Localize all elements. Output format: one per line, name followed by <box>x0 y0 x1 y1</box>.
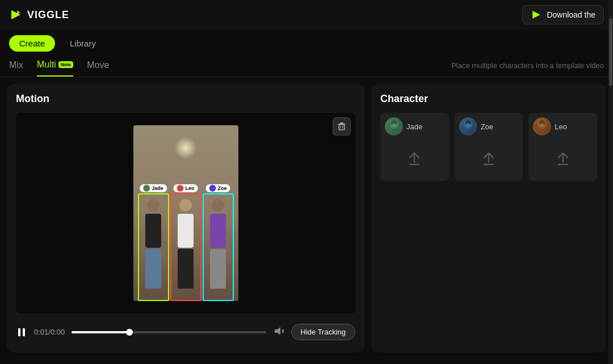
video-thumbnail: Jade Leo <box>133 125 238 301</box>
app-name: VIGGLE <box>27 9 69 21</box>
svg-marker-2 <box>533 11 540 18</box>
leo-head <box>179 199 192 211</box>
create-button[interactable]: Create <box>9 35 55 52</box>
zoe-avatar-small <box>209 185 216 192</box>
jade-figure <box>139 194 168 300</box>
character-card-leo: Leo <box>528 113 597 181</box>
leo-avatar-small <box>177 185 183 192</box>
trash-icon <box>337 122 346 131</box>
delete-button[interactable] <box>333 117 351 136</box>
upload-icon-leo <box>554 150 572 168</box>
upload-icon-jade <box>405 150 423 168</box>
jade-avatar <box>385 117 403 136</box>
download-label: Download the <box>547 10 595 19</box>
svg-rect-5 <box>339 125 345 130</box>
header: VIGGLE Download the <box>0 0 613 29</box>
motion-panel: Motion Jade <box>7 84 364 353</box>
tab-mix[interactable]: Mix <box>9 60 23 76</box>
leo-avatar-face <box>533 117 551 136</box>
jade-avatar-face <box>385 117 403 136</box>
logo-area: VIGGLE <box>9 8 69 22</box>
leo-body <box>178 214 194 248</box>
character-card-jade: Jade <box>380 113 449 181</box>
zoe-avatar-face <box>459 117 477 136</box>
tab-multi[interactable]: Multi New <box>37 60 73 77</box>
scrollbar[interactable] <box>608 0 613 364</box>
person-label-leo: Leo <box>173 184 198 192</box>
person-label-jade: Jade <box>140 184 167 192</box>
zoe-body <box>210 214 226 248</box>
svg-point-15 <box>392 124 396 127</box>
upload-icon-zoe <box>480 150 498 168</box>
zoe-avatar <box>459 117 477 136</box>
zoe-head <box>212 199 224 211</box>
time-display: 0:01/0:00 <box>34 328 65 336</box>
character-grid: Jade <box>380 113 597 181</box>
jade-legs <box>145 249 161 289</box>
motion-panel-title: Motion <box>16 93 355 105</box>
person-box-leo: Leo <box>170 193 201 301</box>
character-panel: Character Jade <box>371 84 606 353</box>
zoe-upload-area[interactable] <box>459 141 519 176</box>
jade-avatar-small <box>143 185 150 192</box>
char-header-jade: Jade <box>385 117 422 136</box>
scrollbar-thumb[interactable] <box>609 18 612 86</box>
hide-tracking-button[interactable]: Hide Tracking <box>291 324 355 340</box>
download-button[interactable]: Download the <box>522 5 604 24</box>
character-card-zoe: Zoe <box>455 113 523 181</box>
person-box-jade: Jade <box>138 193 169 301</box>
pause-icon <box>16 327 27 338</box>
tab-move[interactable]: Move <box>87 60 109 76</box>
volume-button[interactable] <box>273 325 284 339</box>
leo-legs <box>178 249 194 289</box>
zoe-name: Zoe <box>481 122 493 131</box>
jade-body <box>145 214 161 248</box>
library-button[interactable]: Library <box>60 35 106 52</box>
leo-avatar <box>533 117 551 136</box>
playback-controls: 0:01/0:00 Hide Tracking <box>16 320 355 344</box>
jade-head <box>147 199 159 211</box>
svg-rect-8 <box>18 328 20 336</box>
char-header-zoe: Zoe <box>459 117 493 136</box>
char-header-leo: Leo <box>533 117 567 136</box>
svg-rect-3 <box>340 122 343 124</box>
pause-button[interactable] <box>16 327 27 338</box>
zoe-legs <box>210 249 226 289</box>
leo-upload-area[interactable] <box>533 141 593 176</box>
progress-thumb <box>126 329 133 336</box>
tab-hint: Place multiple characters into a templat… <box>451 61 604 75</box>
light-effect <box>174 137 197 159</box>
viggle-mini-icon <box>531 9 542 20</box>
person-box-zoe: Zoe <box>203 193 234 301</box>
leo-name: Leo <box>555 122 567 131</box>
nav-bar: Create Library <box>0 29 613 57</box>
zoe-figure <box>204 194 233 300</box>
progress-bar[interactable] <box>72 331 266 333</box>
svg-point-19 <box>466 124 471 127</box>
svg-point-23 <box>540 124 544 127</box>
tabs-bar: Mix Multi New Move Place multiple charac… <box>0 57 613 77</box>
mute-icon <box>273 325 284 337</box>
new-badge: New <box>58 61 74 68</box>
progress-fill <box>72 331 130 333</box>
jade-upload-area[interactable] <box>385 141 444 176</box>
person-label-zoe: Zoe <box>205 184 230 192</box>
leo-figure <box>171 194 200 300</box>
person-overlays: Jade Leo <box>138 188 234 301</box>
character-panel-title: Character <box>380 93 597 105</box>
svg-rect-9 <box>23 328 25 336</box>
main-content: Motion Jade <box>0 77 613 359</box>
svg-marker-10 <box>275 327 280 335</box>
viggle-logo-icon <box>9 8 23 22</box>
jade-name: Jade <box>406 122 422 131</box>
video-area: Jade Leo <box>16 113 355 314</box>
